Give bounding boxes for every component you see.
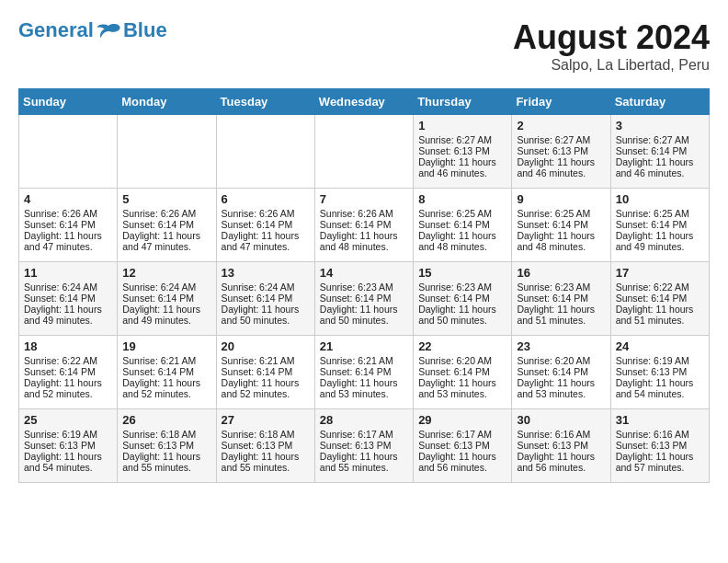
day-number: 21: [320, 339, 408, 353]
calendar-cell: [118, 115, 216, 189]
day-info: and 52 minutes.: [122, 388, 210, 399]
day-info: Daylight: 11 hours: [418, 377, 506, 388]
day-info: Sunrise: 6:24 AM: [24, 282, 112, 293]
day-info: and 47 minutes.: [222, 241, 310, 252]
day-header-friday: Friday: [512, 89, 610, 115]
day-info: Daylight: 11 hours: [616, 156, 704, 167]
calendar-cell: 24Sunrise: 6:19 AMSunset: 6:13 PMDayligh…: [610, 336, 709, 409]
day-info: Sunset: 6:14 PM: [24, 293, 112, 304]
logo-blue: Blue: [123, 18, 167, 42]
day-info: Daylight: 11 hours: [24, 230, 112, 241]
calendar-cell: 23Sunrise: 6:20 AMSunset: 6:14 PMDayligh…: [512, 336, 610, 409]
day-info: Sunrise: 6:22 AM: [616, 282, 704, 293]
location-subtitle: Salpo, La Libertad, Peru: [513, 57, 710, 74]
day-info: Sunrise: 6:26 AM: [24, 208, 112, 219]
day-info: Daylight: 11 hours: [616, 230, 704, 241]
day-number: 3: [616, 119, 704, 132]
day-info: Daylight: 11 hours: [418, 156, 506, 167]
day-info: Sunset: 6:14 PM: [418, 219, 506, 230]
calendar-cell: 6Sunrise: 6:26 AMSunset: 6:14 PMDaylight…: [216, 189, 314, 262]
day-info: and 50 minutes.: [320, 315, 408, 326]
day-info: Sunset: 6:13 PM: [122, 440, 210, 451]
day-info: Sunrise: 6:22 AM: [24, 355, 112, 366]
day-info: Daylight: 11 hours: [418, 230, 506, 241]
day-info: Sunrise: 6:25 AM: [517, 208, 605, 219]
day-info: and 49 minutes.: [122, 315, 210, 326]
calendar-cell: 5Sunrise: 6:26 AMSunset: 6:14 PMDaylight…: [118, 189, 216, 262]
day-info: Sunrise: 6:24 AM: [122, 282, 210, 293]
day-info: and 48 minutes.: [517, 241, 605, 252]
day-info: Daylight: 11 hours: [517, 377, 605, 388]
day-info: Sunset: 6:14 PM: [320, 293, 408, 304]
day-number: 12: [122, 266, 210, 280]
day-info: Daylight: 11 hours: [517, 230, 605, 241]
day-info: Sunrise: 6:23 AM: [517, 282, 605, 293]
day-info: and 55 minutes.: [222, 462, 310, 473]
day-info: and 56 minutes.: [418, 462, 506, 473]
day-info: and 49 minutes.: [616, 241, 704, 252]
day-header-tuesday: Tuesday: [216, 89, 314, 115]
logo-bird-icon: [96, 22, 121, 42]
day-info: Daylight: 11 hours: [222, 230, 310, 241]
day-number: 5: [122, 192, 210, 206]
day-number: 20: [222, 339, 310, 353]
day-info: Sunset: 6:14 PM: [222, 366, 310, 377]
day-info: Sunset: 6:13 PM: [418, 440, 506, 451]
day-info: and 52 minutes.: [222, 388, 310, 399]
calendar-cell: 4Sunrise: 6:26 AMSunset: 6:14 PMDaylight…: [19, 189, 118, 262]
day-number: 2: [517, 119, 605, 132]
day-number: 29: [418, 413, 506, 427]
day-info: Daylight: 11 hours: [122, 230, 210, 241]
day-info: and 53 minutes.: [517, 388, 605, 399]
calendar-cell: 10Sunrise: 6:25 AMSunset: 6:14 PMDayligh…: [610, 189, 709, 262]
day-number: 28: [320, 413, 408, 427]
calendar-cell: 27Sunrise: 6:18 AMSunset: 6:13 PMDayligh…: [216, 409, 314, 483]
calendar-cell: 7Sunrise: 6:26 AMSunset: 6:14 PMDaylight…: [314, 189, 413, 262]
day-header-wednesday: Wednesday: [314, 89, 413, 115]
day-info: Sunset: 6:14 PM: [24, 219, 112, 230]
month-year-title: August 2024: [513, 18, 710, 57]
day-info: Sunrise: 6:25 AM: [616, 208, 704, 219]
day-info: Sunset: 6:14 PM: [616, 293, 704, 304]
calendar-cell: 18Sunrise: 6:22 AMSunset: 6:14 PMDayligh…: [19, 336, 118, 409]
day-info: Daylight: 11 hours: [616, 304, 704, 315]
title-block: August 2024 Salpo, La Libertad, Peru: [513, 18, 710, 74]
day-info: Sunset: 6:14 PM: [320, 366, 408, 377]
day-number: 18: [24, 339, 112, 353]
day-number: 13: [222, 266, 310, 280]
calendar-week-row: 18Sunrise: 6:22 AMSunset: 6:14 PMDayligh…: [19, 336, 710, 409]
day-info: Sunset: 6:14 PM: [222, 293, 310, 304]
day-info: Daylight: 11 hours: [320, 451, 408, 462]
day-info: Sunrise: 6:19 AM: [616, 355, 704, 366]
day-info: Sunset: 6:13 PM: [517, 440, 605, 451]
day-number: 4: [24, 192, 112, 206]
day-info: Daylight: 11 hours: [122, 451, 210, 462]
calendar-cell: 15Sunrise: 6:23 AMSunset: 6:14 PMDayligh…: [414, 262, 512, 336]
day-header-monday: Monday: [118, 89, 216, 115]
day-info: Sunrise: 6:27 AM: [418, 134, 506, 145]
day-info: Daylight: 11 hours: [517, 451, 605, 462]
page-header: General Blue August 2024 Salpo, La Liber…: [18, 18, 710, 74]
day-info: Sunrise: 6:20 AM: [418, 355, 506, 366]
day-info: Sunrise: 6:21 AM: [222, 355, 310, 366]
day-info: Sunrise: 6:18 AM: [122, 429, 210, 440]
calendar-cell: 22Sunrise: 6:20 AMSunset: 6:14 PMDayligh…: [414, 336, 512, 409]
day-info: Sunrise: 6:25 AM: [418, 208, 506, 219]
calendar-cell: 17Sunrise: 6:22 AMSunset: 6:14 PMDayligh…: [610, 262, 709, 336]
day-number: 25: [24, 413, 112, 427]
calendar-cell: 28Sunrise: 6:17 AMSunset: 6:13 PMDayligh…: [314, 409, 413, 483]
day-info: Sunset: 6:14 PM: [122, 366, 210, 377]
day-info: Sunset: 6:14 PM: [24, 366, 112, 377]
logo-text: General: [18, 18, 121, 41]
calendar-cell: 16Sunrise: 6:23 AMSunset: 6:14 PMDayligh…: [512, 262, 610, 336]
day-info: and 53 minutes.: [418, 388, 506, 399]
day-info: and 47 minutes.: [24, 241, 112, 252]
day-info: and 46 minutes.: [616, 167, 704, 178]
calendar-cell: 1Sunrise: 6:27 AMSunset: 6:13 PMDaylight…: [414, 115, 512, 189]
day-number: 24: [616, 339, 704, 353]
day-info: Daylight: 11 hours: [122, 304, 210, 315]
day-info: Daylight: 11 hours: [616, 451, 704, 462]
day-info: Sunset: 6:14 PM: [418, 366, 506, 377]
day-info: and 55 minutes.: [320, 462, 408, 473]
day-info: and 48 minutes.: [320, 241, 408, 252]
